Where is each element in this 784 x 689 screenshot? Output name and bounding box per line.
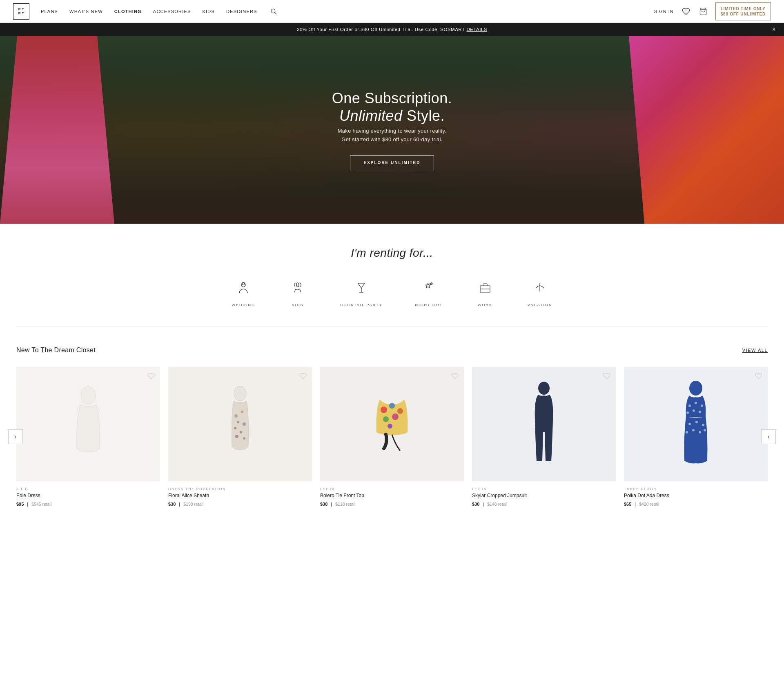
- svg-point-20: [381, 407, 387, 413]
- products-grid: A L C Edie Dress $95 | $545 retail: [16, 367, 768, 507]
- product-retail-price-5: $420 retail: [639, 502, 659, 507]
- nav-links: PLANS WHAT'S NEW CLOTHING ACCESSORIES KI…: [41, 7, 654, 16]
- product-pricing-5: $65 | $420 retail: [624, 502, 768, 507]
- svg-point-29: [695, 402, 697, 404]
- product-card-2[interactable]: DRESS THE POPULATION Floral Alice Sheath…: [168, 367, 312, 507]
- dream-closet-header: New To The Dream Closet VIEW ALL: [16, 347, 768, 354]
- svg-point-11: [234, 386, 246, 401]
- cocktail-icon: [352, 278, 371, 297]
- sign-in-link[interactable]: SIGN IN: [654, 9, 674, 14]
- product-image-1: [16, 367, 160, 481]
- product-wishlist-2[interactable]: [298, 371, 308, 381]
- nav-right: SIGN IN LIMITED TIME ONLY $80 OFF UNLIMI…: [654, 2, 771, 20]
- announcement-close-button[interactable]: ×: [772, 26, 776, 33]
- dream-closet-title: New To The Dream Closet: [16, 347, 96, 354]
- svg-point-39: [699, 431, 701, 433]
- product-retail-price-4: $148 retail: [487, 502, 507, 507]
- product-illustration-1: [68, 383, 109, 465]
- product-rent-price-2: $30: [168, 502, 176, 507]
- product-image-5: [624, 367, 768, 481]
- product-brand-1: A L C: [16, 487, 160, 491]
- carousel-next-button[interactable]: ›: [761, 429, 776, 444]
- renting-category-wedding[interactable]: WEDDING: [232, 278, 255, 307]
- promo-button[interactable]: LIMITED TIME ONLY $80 OFF UNLIMITED: [715, 2, 771, 20]
- announcement-details-link[interactable]: DETAILS: [466, 27, 487, 32]
- product-wishlist-3[interactable]: [450, 371, 460, 381]
- svg-point-18: [235, 435, 238, 438]
- kids-icon: [288, 278, 307, 297]
- product-card-5[interactable]: THREE FLOOR Polka Dot Ada Dress $65 | $4…: [624, 367, 768, 507]
- navbar: R TR T PLANS WHAT'S NEW CLOTHING ACCESSO…: [0, 0, 784, 23]
- product-brand-4: LEOTA: [472, 487, 616, 491]
- products-carousel: ‹ A L C Edie Dress: [16, 367, 768, 507]
- svg-point-30: [701, 405, 703, 407]
- svg-point-40: [704, 429, 706, 431]
- svg-point-25: [388, 424, 392, 429]
- wedding-icon: [234, 278, 253, 297]
- product-card-1[interactable]: A L C Edie Dress $95 | $545 retail: [16, 367, 160, 507]
- hero-section: One Subscription. Unlimited Style. Make …: [0, 36, 784, 224]
- product-wishlist-5[interactable]: [754, 371, 764, 381]
- work-label: WORK: [478, 303, 492, 307]
- product-retail-price-3: $118 retail: [335, 502, 355, 507]
- svg-point-33: [699, 411, 701, 413]
- renting-category-work[interactable]: WORK: [475, 278, 495, 307]
- product-illustration-5: [675, 379, 716, 469]
- svg-point-38: [692, 429, 695, 431]
- nav-accessories[interactable]: ACCESSORIES: [153, 9, 191, 14]
- hero-figure-right: [629, 36, 784, 224]
- product-card-4[interactable]: LEOTA Skylar Cropped Jumpsuit $30 | $148…: [472, 367, 616, 507]
- svg-point-17: [240, 431, 242, 433]
- vacation-label: VACATION: [528, 303, 552, 307]
- svg-point-12: [234, 414, 238, 418]
- night-out-label: NIGHT OUT: [415, 303, 443, 307]
- svg-point-37: [686, 431, 688, 433]
- svg-point-36: [702, 424, 704, 426]
- product-rent-price-5: $65: [624, 502, 631, 507]
- announcement-bar: 20% Off Your First Order or $80 Off Unli…: [0, 23, 784, 36]
- product-name-4: Skylar Cropped Jumpsuit: [472, 493, 616, 498]
- dream-closet-section: New To The Dream Closet VIEW ALL ‹: [0, 327, 784, 531]
- renting-category-cocktail[interactable]: COCKTAIL PARTY: [340, 278, 383, 307]
- product-name-2: Floral Alice Sheath: [168, 493, 312, 498]
- product-name-1: Edie Dress: [16, 493, 160, 498]
- renting-categories: WEDDING KIDS COCKTAIL PARTY NIGHT OUT WO: [16, 278, 768, 307]
- night-out-icon: [419, 278, 439, 297]
- renting-category-night-out[interactable]: NIGHT OUT: [415, 278, 443, 307]
- product-rent-price-1: $95: [16, 502, 24, 507]
- nav-designers[interactable]: DESIGNERS: [226, 9, 257, 14]
- renting-category-vacation[interactable]: VACATION: [528, 278, 552, 307]
- svg-point-0: [271, 9, 275, 13]
- product-image-2: [168, 367, 312, 481]
- search-icon[interactable]: [269, 7, 278, 16]
- svg-point-16: [234, 427, 236, 429]
- wishlist-icon[interactable]: [681, 7, 691, 16]
- hero-content: One Subscription. Unlimited Style. Make …: [332, 89, 452, 171]
- hero-subtitle: Make having everything to wear your real…: [332, 127, 452, 144]
- product-retail-price-1: $545 retail: [31, 502, 51, 507]
- site-logo[interactable]: R TR T: [13, 3, 29, 20]
- product-rent-price-3: $30: [320, 502, 327, 507]
- product-wishlist-4[interactable]: [602, 371, 612, 381]
- product-image-3: [320, 367, 464, 481]
- svg-point-13: [241, 411, 243, 413]
- nav-whats-new[interactable]: WHAT'S NEW: [69, 9, 103, 14]
- nav-plans[interactable]: PLANS: [41, 9, 58, 14]
- product-brand-5: THREE FLOOR: [624, 487, 768, 491]
- explore-unlimited-button[interactable]: EXPLORE UNLIMITED: [350, 155, 434, 170]
- carousel-prev-button[interactable]: ‹: [8, 429, 23, 444]
- renting-section: I'm renting for... WEDDING KIDS COCKTAIL…: [0, 224, 784, 327]
- product-card-3[interactable]: LEOTA Bolero Tie Front Top $30 | $118 re…: [320, 367, 464, 507]
- svg-point-27: [689, 381, 702, 396]
- nav-clothing[interactable]: CLOTHING: [114, 9, 142, 14]
- product-wishlist-1[interactable]: [146, 371, 156, 381]
- renting-category-kids[interactable]: KIDS: [288, 278, 307, 307]
- vacation-icon: [530, 278, 550, 297]
- svg-point-14: [237, 421, 239, 423]
- bag-icon[interactable]: [698, 7, 708, 16]
- svg-point-24: [392, 413, 399, 420]
- svg-point-23: [383, 416, 389, 422]
- svg-point-22: [397, 408, 403, 414]
- nav-kids[interactable]: KIDS: [203, 9, 215, 14]
- view-all-link[interactable]: VIEW ALL: [742, 348, 768, 353]
